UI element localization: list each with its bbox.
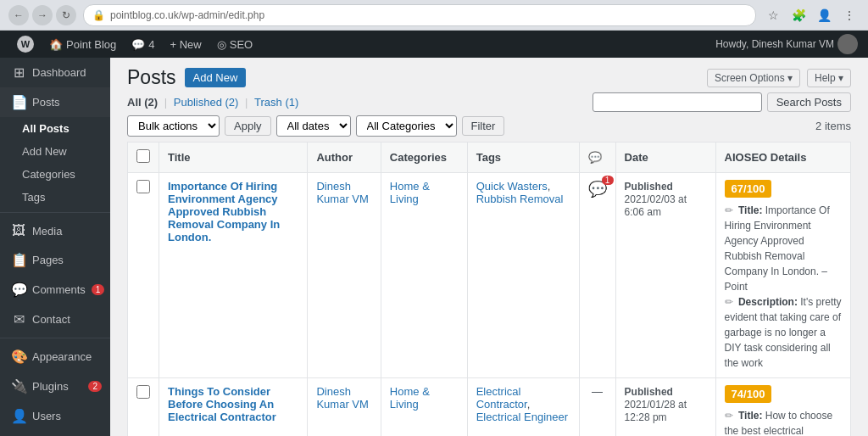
- sep1: |: [164, 96, 170, 109]
- comments-count-link[interactable]: 💬 4: [125, 31, 161, 58]
- aioseo-meta-1: ✏ Title: How to choose the best electric…: [725, 408, 842, 436]
- comments-cell-0: 💬 1: [579, 173, 615, 378]
- url-text: pointblog.co.uk/wp-admin/edit.php: [110, 9, 264, 21]
- new-content-link[interactable]: + New: [164, 31, 209, 58]
- howdy-text: Howdy, Dinesh Kumar VM: [715, 38, 834, 50]
- category-link-1[interactable]: Home & Living: [390, 385, 430, 411]
- sidebar-item-contact[interactable]: ✉ Contact: [0, 305, 110, 334]
- pages-icon: 📋: [11, 252, 26, 268]
- author-link-0[interactable]: Dinesh Kumar VM: [316, 180, 368, 205]
- wp-logo-icon: W: [17, 36, 34, 53]
- seo-link[interactable]: ◎ SEO: [210, 31, 259, 58]
- author-cell-1: Dinesh Kumar VM: [308, 378, 381, 437]
- profile-button[interactable]: 👤: [814, 5, 834, 25]
- comments-bar-icon: 💬: [131, 38, 145, 51]
- tag-link[interactable]: Rubbish Removal: [476, 193, 564, 205]
- author-link-1[interactable]: Dinesh Kumar VM: [316, 385, 368, 411]
- bulk-actions-select[interactable]: Bulk actions: [127, 115, 220, 137]
- posts-icon: 📄: [11, 94, 26, 110]
- site-name-text: Point Blog: [66, 38, 116, 51]
- search-input[interactable]: [593, 92, 762, 112]
- sidebar-subitem-add-new[interactable]: Add New: [0, 140, 110, 163]
- sidebar-label-pages: Pages: [32, 254, 64, 266]
- category-cell-1: Home & Living: [381, 378, 467, 437]
- sidebar-label-media: Media: [32, 225, 62, 238]
- post-title-link-1[interactable]: Things To Consider Before Choosing An El…: [168, 385, 276, 423]
- published-link[interactable]: Published (2): [174, 96, 239, 109]
- sidebar-subitem-tags[interactable]: Tags: [0, 186, 110, 209]
- sidebar-item-comments[interactable]: 💬 Comments 1: [0, 275, 110, 305]
- filter-button[interactable]: Filter: [462, 116, 505, 136]
- users-icon: 👤: [11, 408, 26, 424]
- content-header: Posts Add New Screen Options ▾ Help ▾: [110, 58, 868, 89]
- tags-cell-1: Electrical Contractor, Electrical Engine…: [467, 378, 579, 437]
- comments-count-text: 4: [148, 38, 154, 51]
- aioseo-score-1[interactable]: 74/100: [725, 385, 772, 403]
- aioseo-cell-0: 67/100 ✏ Title: Importance Of Hiring Env…: [715, 173, 850, 378]
- row-checkbox-1[interactable]: [136, 385, 150, 399]
- sidebar-item-pages[interactable]: 📋 Pages: [0, 245, 110, 275]
- date-status-1: Published2021/01/28 at 12:28 pm: [625, 386, 687, 423]
- subsubsub: All (2) | Published (2) | Trash (1): [127, 96, 298, 109]
- sidebar-item-appearance[interactable]: 🎨 Appearance: [0, 342, 110, 372]
- menu-button[interactable]: ⋮: [839, 5, 860, 25]
- bookmark-button[interactable]: ☆: [763, 5, 783, 25]
- comment-bubble-0[interactable]: 💬 1: [588, 180, 607, 198]
- avatar[interactable]: [837, 34, 858, 54]
- aioseo-edit-icon-0: ✏: [725, 204, 733, 216]
- browser-chrome: ← → ↻ 🔒 pointblog.co.uk/wp-admin/edit.ph…: [0, 0, 868, 31]
- sidebar-subitem-categories[interactable]: Categories: [0, 163, 110, 186]
- search-posts-button[interactable]: Search Posts: [767, 92, 851, 112]
- site-name-link[interactable]: 🏠 Point Blog: [42, 31, 123, 58]
- post-title-link-0[interactable]: Importance Of Hiring Environment Agency …: [168, 180, 280, 243]
- sidebar-item-dashboard[interactable]: ⊞ Dashboard: [0, 58, 110, 87]
- sidebar-label-plugins: Plugins: [32, 380, 69, 393]
- help-button[interactable]: Help ▾: [807, 69, 851, 87]
- apply-button[interactable]: Apply: [225, 116, 271, 136]
- all-categories-select[interactable]: All Categories: [356, 115, 457, 137]
- tag-link[interactable]: Quick Wasters: [476, 180, 548, 193]
- wp-logo-button[interactable]: W: [10, 31, 41, 58]
- forward-button[interactable]: →: [32, 5, 53, 25]
- sidebar-item-media[interactable]: 🖼 Media: [0, 216, 110, 245]
- address-bar[interactable]: 🔒 pointblog.co.uk/wp-admin/edit.php: [83, 4, 756, 26]
- sidebar-item-tools[interactable]: 🔧 Tools: [0, 431, 110, 436]
- select-all-checkbox[interactable]: [136, 149, 150, 163]
- col-date[interactable]: Date: [615, 143, 715, 173]
- screen-options-button[interactable]: Screen Options ▾: [707, 69, 800, 87]
- trash-link[interactable]: Trash (1): [254, 96, 298, 109]
- appearance-icon: 🎨: [11, 349, 26, 365]
- filters-row: Bulk actions Apply All dates All Categor…: [110, 115, 868, 142]
- sidebar-item-posts[interactable]: 📄 Posts: [0, 87, 110, 117]
- extensions-button[interactable]: 🧩: [788, 5, 809, 25]
- col-title[interactable]: Title: [159, 143, 308, 173]
- tags-cell-0: Quick Wasters, Rubbish Removal: [467, 173, 579, 378]
- date-cell-1: Published2021/01/28 at 12:28 pm: [615, 378, 715, 437]
- sub-bar: All (2) | Published (2) | Trash (1) Sear…: [110, 89, 868, 115]
- aioseo-desc-edit-icon-0: ✏: [725, 296, 733, 308]
- tag-link[interactable]: Electrical Engineer: [476, 411, 568, 423]
- date-status-0: Published2021/02/03 at 6:06 am: [625, 181, 687, 218]
- table-row: Importance Of Hiring Environment Agency …: [128, 173, 851, 378]
- page-title-wrap: Posts Add New: [127, 66, 246, 89]
- comment-col-icon: 💬: [588, 151, 602, 164]
- add-new-button[interactable]: Add New: [185, 68, 247, 87]
- tag-link[interactable]: Electrical Contractor: [476, 385, 527, 411]
- author-cell-0: Dinesh Kumar VM: [308, 173, 381, 378]
- sidebar-item-users[interactable]: 👤 Users: [0, 401, 110, 431]
- all-posts-label: All Posts: [22, 122, 70, 135]
- row-checkbox-0[interactable]: [136, 180, 150, 193]
- seo-icon: ◎: [217, 38, 226, 51]
- back-button[interactable]: ←: [8, 5, 29, 25]
- sidebar-label-users: Users: [32, 410, 61, 422]
- category-link-0[interactable]: Home & Living: [390, 180, 430, 205]
- title-cell-0: Importance Of Hiring Environment Agency …: [159, 173, 308, 378]
- col-tags: Tags: [467, 143, 579, 173]
- sidebar-subitem-all-posts[interactable]: All Posts: [0, 117, 110, 140]
- all-link[interactable]: All (2): [127, 96, 158, 109]
- all-dates-select[interactable]: All dates: [276, 115, 351, 137]
- sidebar-item-plugins[interactable]: 🔌 Plugins 2: [0, 372, 110, 401]
- posts-table: Title Author Categories Tags 💬 Date AIOS…: [127, 142, 851, 436]
- reload-button[interactable]: ↻: [56, 5, 76, 25]
- aioseo-score-0[interactable]: 67/100: [725, 180, 772, 198]
